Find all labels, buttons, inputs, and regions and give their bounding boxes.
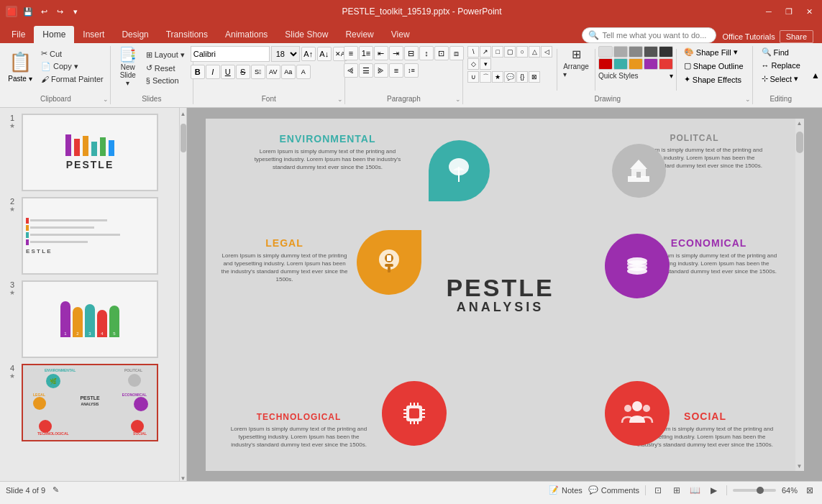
office-tutorials-link[interactable]: Office Tutorials <box>722 32 775 41</box>
tab-slideshow[interactable]: Slide Show <box>276 26 337 43</box>
shape-arrow[interactable]: ↗ <box>480 46 491 58</box>
replace-button[interactable]: ↔ Replace <box>757 60 805 71</box>
tab-review[interactable]: Review <box>337 26 382 43</box>
slide-thumb-2[interactable]: E S T L E <box>22 197 158 275</box>
cut-button[interactable]: ✂Cut <box>37 47 107 60</box>
tell-me-input[interactable] <box>602 31 710 40</box>
comments-button-wrapper[interactable]: 💬 Comments <box>588 485 639 495</box>
zoom-thumb[interactable] <box>757 487 764 494</box>
slide-thumb-4[interactable]: ENVIRONMENTAL POLITCAL 🌿 LEGAL ECONOMICA… <box>22 364 158 441</box>
line-spacing-button[interactable]: ↕≡ <box>404 63 419 78</box>
share-button[interactable]: Share <box>780 30 813 43</box>
strikethrough-button[interactable]: S <box>236 65 250 79</box>
font-name-input[interactable] <box>191 46 270 62</box>
view-normal-button[interactable]: ⊡ <box>652 484 665 497</box>
arrange-button[interactable]: ⊞ Arrange ▾ <box>560 46 592 80</box>
change-case-button[interactable]: Aa <box>281 65 296 79</box>
qs-cell-7[interactable] <box>613 58 628 70</box>
underline-button[interactable]: U <box>221 65 235 79</box>
shape-line[interactable]: \ <box>467 46 479 58</box>
notes-button-wrapper[interactable]: 📝 Notes <box>549 485 583 495</box>
shape-rtri[interactable]: ◁ <box>541 46 552 58</box>
shape-fill-button[interactable]: 🎨 Shape Fill▾ <box>680 46 748 58</box>
bold-button[interactable]: B <box>191 65 205 79</box>
shape-diamond[interactable]: ◇ <box>467 58 479 70</box>
shape-rect[interactable]: □ <box>492 46 503 58</box>
paragraph-expand[interactable]: ⌄ <box>455 96 461 103</box>
decrease-indent-button[interactable]: ⇤ <box>374 46 388 60</box>
shape-rrect[interactable]: ▢ <box>504 46 516 58</box>
shape-outline-button[interactable]: ▢ Shape Outline <box>680 60 748 72</box>
minimize-button[interactable]: ─ <box>762 4 776 19</box>
justify-button[interactable]: ≡ <box>389 63 403 78</box>
slide-thumb-1[interactable]: PESTLE <box>22 114 158 191</box>
format-painter-button[interactable]: 🖌Format Painter <box>37 73 107 85</box>
qs-cell-3[interactable] <box>629 46 643 58</box>
layout-button[interactable]: ⊞Layout ▾ <box>142 49 188 61</box>
view-slideshow-button[interactable]: ▶ <box>708 484 721 497</box>
increase-font-button[interactable]: A↑ <box>301 47 316 61</box>
close-button[interactable]: ✕ <box>802 4 816 19</box>
save-qat-button[interactable]: 💾 <box>22 5 35 18</box>
tab-home[interactable]: Home <box>34 26 74 43</box>
decrease-font-button[interactable]: A↓ <box>317 47 332 61</box>
new-slide-button[interactable]: 📑 NewSlide ▾ <box>115 46 141 88</box>
font-color-button[interactable]: A <box>296 65 311 79</box>
shape-ellipse[interactable]: ○ <box>516 46 528 58</box>
comments-label[interactable]: Comments <box>601 486 639 495</box>
align-center-button[interactable]: ☰ <box>359 63 373 78</box>
slide-canvas[interactable]: ENVIRONMENTAL Lorem Ipsum is simply dumm… <box>206 119 795 471</box>
notes-label[interactable]: Notes <box>562 486 583 495</box>
tab-insert[interactable]: Insert <box>74 26 113 43</box>
shape-bracket[interactable]: ⌒ <box>480 71 491 83</box>
shape-block[interactable]: ⊠ <box>529 71 540 83</box>
canvas-scroll-thumb[interactable] <box>796 132 803 153</box>
qs-cell-2[interactable] <box>613 46 628 58</box>
char-spacing-button[interactable]: AV <box>266 65 280 79</box>
restore-button[interactable]: ❐ <box>782 4 796 19</box>
clipboard-expand[interactable]: ⌄ <box>103 96 109 103</box>
shape-tri[interactable]: △ <box>529 46 540 58</box>
tab-transitions[interactable]: Transitions <box>157 26 216 43</box>
reset-button[interactable]: ↺Reset <box>142 62 188 74</box>
view-slidesorter-button[interactable]: ⊞ <box>670 484 683 497</box>
qs-cell-5[interactable] <box>659 46 673 58</box>
qs-cell-6[interactable] <box>598 58 613 70</box>
redo-qat-button[interactable]: ↪ <box>53 5 66 18</box>
shape-curve[interactable]: ∪ <box>467 71 479 83</box>
ribbon-collapse-button[interactable]: ▲ <box>809 46 822 104</box>
font-expand[interactable]: ⌄ <box>337 96 343 103</box>
view-reading-button[interactable]: 📖 <box>689 484 702 497</box>
italic-button[interactable]: I <box>206 65 220 79</box>
canvas-scrollbar-v[interactable]: ▲ ▼ <box>795 119 804 471</box>
canvas-scroll-up[interactable]: ▲ <box>795 119 804 128</box>
qs-cell-1[interactable] <box>598 46 613 58</box>
select-button[interactable]: ⊹ Select▾ <box>757 73 805 85</box>
align-left-button[interactable]: ⫷ <box>344 63 358 78</box>
qs-cell-10[interactable] <box>659 58 673 70</box>
section-button[interactable]: §Section <box>142 75 188 86</box>
shape-more[interactable]: ▾ <box>480 58 491 70</box>
qs-cell-9[interactable] <box>644 58 658 70</box>
font-size-select[interactable]: 18 12 14 16 24 <box>271 46 300 62</box>
shape-callout[interactable]: 💬 <box>504 71 516 83</box>
increase-indent-button[interactable]: ⇥ <box>389 46 403 60</box>
zoom-slider[interactable] <box>733 489 776 492</box>
text-direction-button[interactable]: ↕ <box>419 46 434 60</box>
columns-button[interactable]: ⊟ <box>404 46 419 60</box>
slide-panel-scrollbar[interactable]: ▲ ▼ <box>180 108 187 481</box>
shape-formula[interactable]: {} <box>516 71 528 83</box>
align-text-button[interactable]: ⊡ <box>434 46 449 60</box>
tab-view[interactable]: View <box>383 26 419 43</box>
customize-qat-button[interactable]: ▾ <box>69 5 82 18</box>
slide-thumb-3[interactable]: 1 2 3 4 5 <box>22 280 158 358</box>
scroll-down-button[interactable]: ▼ <box>181 475 186 481</box>
drawing-expand[interactable]: ⌄ <box>745 96 751 103</box>
tab-file[interactable]: File <box>3 26 34 43</box>
undo-qat-button[interactable]: ↩ <box>37 5 50 18</box>
shadow-button[interactable]: S⃝ <box>251 65 265 79</box>
fit-slide-button[interactable]: ⊠ <box>803 484 816 497</box>
qs-cell-8[interactable] <box>629 58 643 70</box>
smartart-button[interactable]: ⧈ <box>449 46 464 60</box>
tab-design[interactable]: Design <box>113 26 157 43</box>
